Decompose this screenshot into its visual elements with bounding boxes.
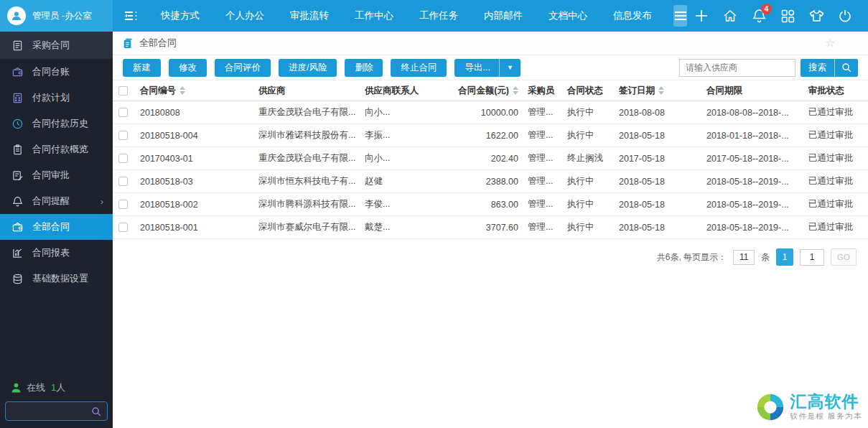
sidebar-item-label: 合同报表	[32, 246, 70, 259]
search-button[interactable]: 搜索	[801, 59, 858, 77]
menu-item-shortcuts[interactable]: 快捷方式	[148, 0, 213, 32]
new-button[interactable]: 新建	[123, 59, 161, 77]
col-amount[interactable]: 合同金额(元)	[458, 85, 509, 97]
sidebar-search-input[interactable]	[11, 406, 91, 417]
col-period: 合同期限	[699, 85, 806, 97]
page-doc-icon	[123, 38, 133, 49]
sidebar-item-label: 付款计划	[32, 91, 70, 104]
app-window: 管理员 -办公室 快捷方式 个人办公 审批流转 工作中心 工作任务 内部邮件 文…	[0, 0, 868, 428]
sidebar-item-label: 合同台账	[32, 65, 70, 78]
doc-pen-icon	[12, 170, 23, 181]
select-all-checkbox[interactable]	[118, 86, 128, 96]
menu-item-internal-mail[interactable]: 内部邮件	[471, 0, 536, 32]
sidebar-item-contract-approval[interactable]: 合同审批	[0, 162, 113, 188]
table-row[interactable]: 20170403-01 重庆金茂联合电子有限... 向小... 202.40 管…	[113, 147, 868, 170]
table-row[interactable]: 20180518-004 深圳市雅诺科技股份有... 李振... 1622.00…	[113, 124, 868, 147]
sort-icon[interactable]	[179, 86, 185, 95]
cell-buyer: 管理...	[524, 129, 564, 141]
sidebar-item-payment-overview[interactable]: 合同付款概览	[0, 136, 113, 162]
main-content: 全部合同 ☆ 新建 修改 合同评价 进度/风险 删除 终止合同 导出... ▼ …	[113, 32, 868, 428]
page-title: 全部合同	[139, 37, 177, 50]
sidebar-item-payment-history[interactable]: 合同付款历史	[0, 111, 113, 136]
search-icon[interactable]	[91, 406, 101, 417]
go-button[interactable]: GO	[831, 248, 857, 266]
wallet-icon	[12, 222, 23, 233]
user-panel[interactable]: 管理员 -办公室	[0, 0, 113, 32]
plus-icon[interactable]	[687, 0, 716, 32]
table-row[interactable]: 20180518-002 深圳市腾科源科技有限... 李俊... 863.00 …	[113, 193, 868, 216]
row-checkbox[interactable]	[118, 108, 128, 117]
menu-item-info-publish[interactable]: 信息发布	[600, 0, 665, 32]
cell-approval: 已通过审批	[806, 129, 868, 141]
online-count: 1人	[51, 381, 65, 394]
terminate-contract-button[interactable]: 终止合同	[391, 59, 447, 77]
cell-period: 2018-05-18--2019-...	[699, 200, 806, 210]
menu-item-work-center[interactable]: 工作中心	[342, 0, 406, 32]
sidebar-item-contract-reports[interactable]: 合同报表	[0, 240, 113, 266]
user-name: 管理员 -办公室	[32, 10, 92, 22]
row-checkbox[interactable]	[118, 200, 128, 209]
menu-item-approval-flow[interactable]: 审批流转	[277, 0, 342, 32]
progress-risk-button[interactable]: 进度/风险	[279, 59, 337, 77]
page-size-input[interactable]	[733, 250, 755, 265]
sort-icon[interactable]	[658, 86, 664, 95]
sidebar-item-label: 合同付款概览	[32, 143, 88, 156]
online-status: 在线 1人	[11, 381, 108, 394]
sidebar-item-base-data-settings[interactable]: 基础数据设置	[0, 266, 113, 292]
col-buyer: 采购员	[524, 85, 564, 97]
export-dropdown-button[interactable]: 导出... ▼	[454, 59, 520, 77]
toolbar: 新建 修改 合同评价 进度/风险 删除 终止合同 导出... ▼ 搜索	[113, 55, 868, 80]
sidebar-item-contract-reminder[interactable]: 合同提醒 ›	[0, 188, 113, 214]
sidebar-item-payment-plan[interactable]: 付款计划	[0, 85, 113, 111]
cell-status: 执行中	[564, 129, 619, 141]
sort-icon[interactable]	[513, 86, 518, 95]
apps-grid-icon[interactable]	[773, 0, 802, 32]
sidebar-item-label: 基础数据设置	[32, 272, 88, 285]
menu-item-personal-office[interactable]: 个人办公	[213, 0, 277, 32]
favorite-star-icon[interactable]: ☆	[826, 37, 835, 50]
breadcrumb: 全部合同 ☆	[113, 32, 868, 55]
cell-contract-no: 20180518-004	[133, 131, 258, 141]
cell-contract-no: 20180808	[133, 108, 258, 118]
chart-icon	[12, 248, 23, 259]
vendor-tagline: 软件是根 服务为本	[790, 411, 862, 422]
cell-status: 执行中	[564, 198, 619, 210]
supplier-search: 搜索	[679, 59, 858, 77]
power-icon[interactable]	[831, 0, 859, 32]
cell-contract-no: 20180518-002	[133, 200, 258, 210]
row-checkbox[interactable]	[118, 131, 128, 140]
shirt-icon[interactable]	[802, 0, 831, 32]
pagination: 共6条, 每页显示： 条 1 GO	[113, 239, 868, 266]
col-sign-date[interactable]: 签订日期	[619, 85, 655, 97]
goto-page-input[interactable]	[800, 249, 824, 266]
vendor-logo-icon	[754, 391, 787, 424]
menu-collapse-icon[interactable]	[124, 10, 138, 22]
contract-evaluate-button[interactable]: 合同评价	[215, 59, 271, 77]
supplier-search-input[interactable]	[679, 59, 795, 77]
table-row[interactable]: 20180518-03 深圳市恒东科技电子有... 赵健 2388.00 管理.…	[113, 170, 868, 193]
top-menu: 快捷方式 个人办公 审批流转 工作中心 工作任务 内部邮件 文档中心 信息发布	[148, 0, 665, 32]
cell-sign-date: 2018-05-18	[619, 223, 699, 233]
page-number-button[interactable]: 1	[776, 248, 793, 266]
search-button-label: 搜索	[801, 62, 834, 74]
row-checkbox[interactable]	[118, 154, 128, 163]
sidebar: 采购合同 合同台账 付款计划 合同付款历史 合同付款概览 合同审批 合同提醒 ›	[0, 32, 113, 428]
cell-approval: 已通过审批	[806, 198, 868, 210]
row-checkbox[interactable]	[118, 177, 128, 186]
edit-button[interactable]: 修改	[169, 59, 207, 77]
bell-icon[interactable]: 4	[745, 0, 773, 32]
menu-item-work-tasks[interactable]: 工作任务	[406, 0, 471, 32]
sidebar-item-contract-ledger[interactable]: 合同台账	[0, 59, 113, 85]
table-row[interactable]: 20180808 重庆金茂联合电子有限... 向小... 10000.00 管理…	[113, 101, 868, 124]
col-contract-no[interactable]: 合同编号	[140, 85, 176, 97]
sidebar-item-purchase-contract[interactable]: 采购合同	[0, 32, 113, 59]
sidebar-item-all-contracts[interactable]: 全部合同	[0, 214, 113, 240]
menu-item-document-center[interactable]: 文档中心	[536, 0, 600, 32]
hamburger-menu-button[interactable]	[673, 5, 687, 27]
home-icon[interactable]	[716, 0, 745, 32]
cell-contact: 向小...	[365, 106, 452, 118]
delete-button[interactable]: 删除	[345, 59, 383, 77]
sidebar-item-label: 合同审批	[32, 169, 70, 182]
table-row[interactable]: 20180518-001 深圳市赛威尔电子有限... 戴楚... 3707.60…	[113, 216, 868, 239]
row-checkbox[interactable]	[118, 223, 128, 232]
